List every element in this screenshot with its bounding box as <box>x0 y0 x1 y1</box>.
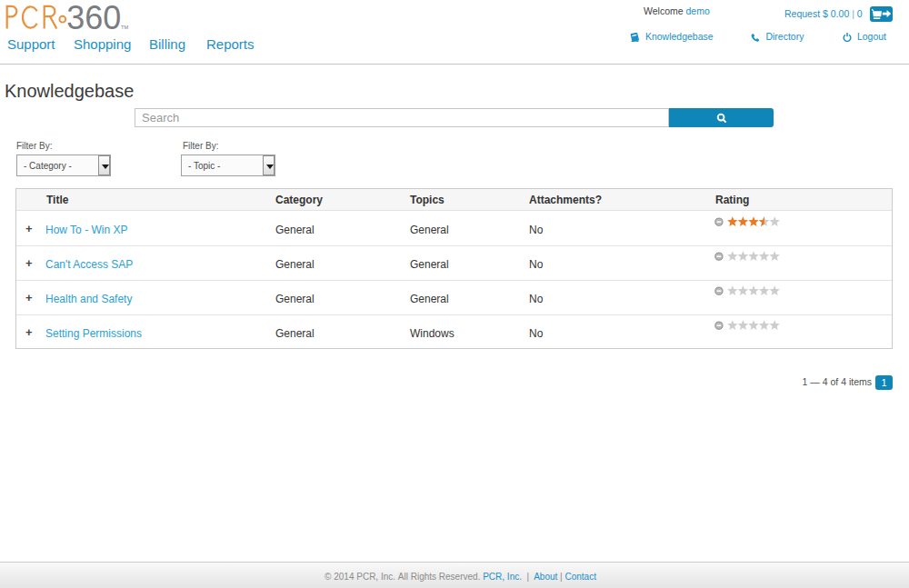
svg-text:360: 360 <box>66 5 121 36</box>
svg-text:TM: TM <box>121 25 128 30</box>
